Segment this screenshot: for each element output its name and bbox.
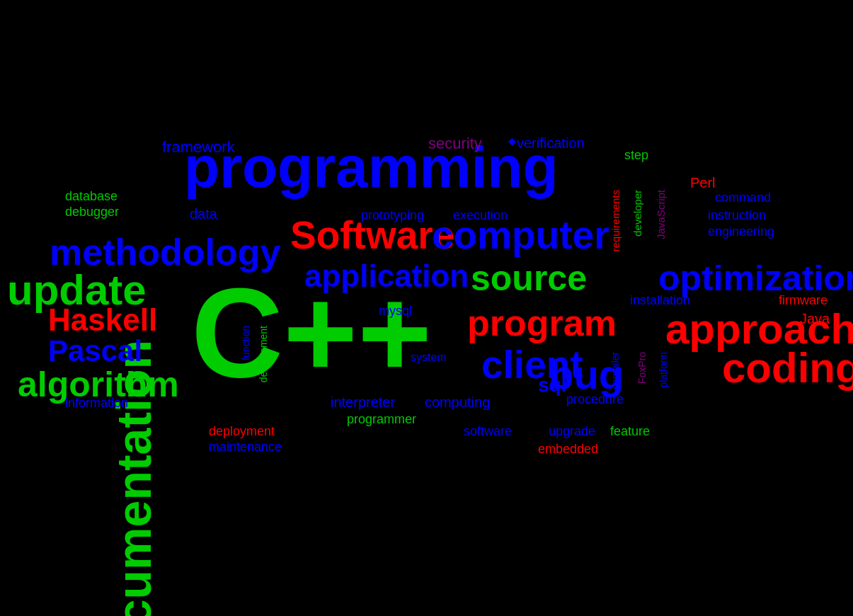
- word--: ◆: [508, 136, 516, 146]
- word-programming: programming: [184, 138, 558, 196]
- word-verification: verification: [517, 136, 585, 150]
- word-software: software: [464, 425, 512, 438]
- word-javascript: JavaScript: [656, 190, 666, 239]
- word-platform: platform: [658, 352, 668, 388]
- word-methodology: methodology: [50, 234, 280, 270]
- word-foxpro: FoxPro: [637, 352, 647, 384]
- word-optimization: optimization: [658, 261, 853, 296]
- word-computing: computing: [425, 395, 490, 409]
- word-sql: sql: [538, 375, 566, 395]
- word-instruction: instruction: [708, 209, 766, 222]
- word-coding: coding: [722, 347, 853, 389]
- word-system: system: [411, 352, 447, 363]
- word-installation: installation: [630, 294, 690, 307]
- word-mysql: mysql: [379, 304, 412, 317]
- word-database: database: [65, 190, 118, 203]
- word-developer: developer: [632, 190, 643, 236]
- word-haskell: Haskell: [48, 304, 157, 336]
- word-step: step: [624, 149, 648, 161]
- word-requirements: requirements: [610, 190, 621, 252]
- word-execution: execution: [453, 209, 508, 222]
- word-development: development: [258, 326, 268, 382]
- word-framework: framework: [162, 139, 235, 155]
- word-java: Java: [800, 312, 830, 326]
- word-engineering: engineering: [708, 225, 774, 238]
- word-prototyping: prototyping: [361, 209, 424, 222]
- word-firmware: firmware: [779, 294, 828, 307]
- word-deployment: deployment: [209, 425, 275, 438]
- word-command: command: [715, 191, 771, 204]
- word-interpreter: interpreter: [331, 395, 395, 409]
- word-information: information: [65, 397, 128, 409]
- word-procedure: procedure: [566, 393, 624, 406]
- word-embedded: embedded: [538, 443, 598, 455]
- word-security: security: [428, 136, 482, 152]
- word-programmer: programmer: [347, 413, 416, 426]
- word-debugger: debugger: [65, 205, 119, 218]
- word-function: function: [241, 326, 251, 360]
- word-compiler: compiler: [610, 352, 620, 389]
- word-upgrade: upgrade: [549, 425, 595, 438]
- word-maintenance: maintenance: [209, 440, 282, 453]
- word-data: data: [190, 207, 217, 221]
- word-program: program: [467, 304, 617, 341]
- word-feature: feature: [610, 425, 650, 438]
- word-cloud: programmingC++documentationSoftwarecompu…: [0, 0, 853, 616]
- word-pascal: Pascal: [48, 336, 142, 366]
- word-perl: Perl: [690, 176, 716, 190]
- word-source: source: [471, 261, 587, 296]
- word-application: application: [304, 261, 469, 292]
